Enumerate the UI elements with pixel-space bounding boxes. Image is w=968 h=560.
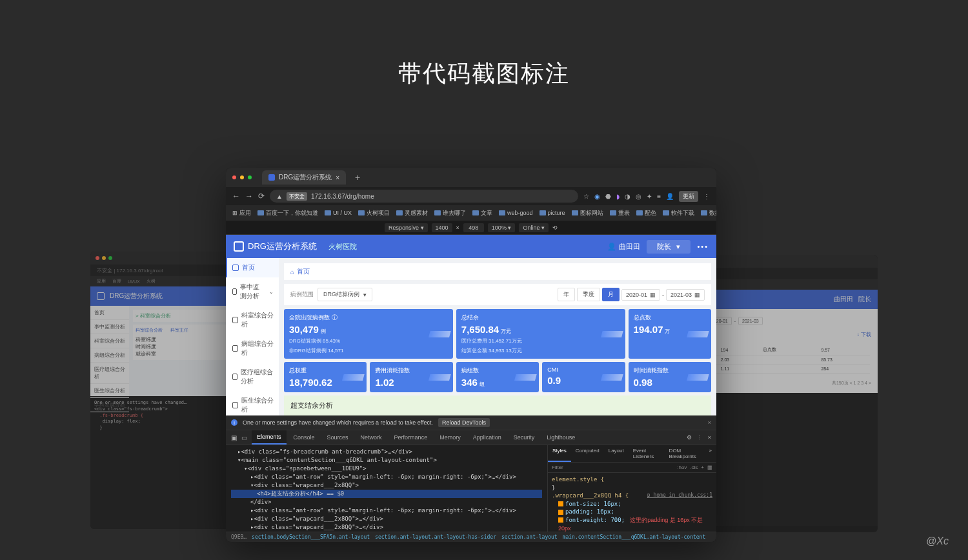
reload-icon[interactable]: ⟳ (258, 192, 265, 201)
close-icon[interactable]: × (708, 434, 711, 441)
more-icon[interactable]: ••• (697, 243, 709, 250)
network-dropdown[interactable]: Online ▾ (519, 223, 549, 232)
close-tab-icon[interactable]: × (336, 174, 339, 181)
back-icon[interactable]: ← (232, 192, 240, 201)
app-sidebar: 首页 事中监测分析⌄ 科室综合分析 病组综合分析 医疗组综合分析 医生综合分析 … (226, 258, 279, 415)
kpi-card: CMI0.9 (542, 362, 625, 392)
new-rule-icon[interactable]: + (701, 465, 704, 470)
device-icon[interactable]: ▭ (241, 434, 247, 441)
hov-toggle[interactable]: :hov (677, 465, 687, 470)
app-logo-icon (234, 241, 244, 252)
devtools-breadcrumb[interactable]: Q9EB… section.bodySection___SFA5n.ant-la… (226, 532, 716, 542)
tab-memory[interactable]: Memory (434, 431, 466, 444)
tab-application[interactable]: Application (468, 431, 507, 444)
maximize-window-icon[interactable] (248, 175, 252, 179)
watermark: @Xc (926, 535, 949, 547)
browser-tab-bar: DRG运营分析系统× + (226, 168, 716, 187)
breadcrumb: ⌂首页 (284, 263, 711, 280)
styles-panel: Styles Computed Layout Event Listeners D… (547, 445, 716, 532)
kpi-card: 总点数194.07万 (629, 309, 711, 359)
tab-console[interactable]: Console (288, 431, 320, 444)
reload-devtools-button[interactable]: Reload DevTools (438, 418, 490, 427)
kpi-card: 全院出院病例数ⓘ 30,479例 DRG结算病例 85.43% 非DRG结算病例… (284, 309, 453, 359)
devtools: i One or more settings have changed whic… (226, 415, 716, 542)
close-banner-icon[interactable]: × (708, 419, 711, 426)
layout-tab[interactable]: Layout (604, 445, 629, 462)
period-year[interactable]: 年 (558, 288, 575, 301)
bookmarks-bar: ⊞ 应用 百度一下，你就知道 UI / UX 火树项目 灵感素材 谁去哪了 文章… (226, 205, 716, 221)
inspect-icon[interactable]: ▣ (231, 434, 237, 441)
tab-performance[interactable]: Performance (389, 431, 433, 444)
computed-tab[interactable]: Computed (571, 445, 604, 462)
address-bar[interactable]: ▲不安全172.16.3.67/drg/home (270, 190, 578, 203)
period-quarter[interactable]: 季度 (577, 288, 600, 301)
apps-icon[interactable]: ⊞ 应用 (232, 209, 251, 217)
kpi-card: 费用消耗指数1.02 (370, 362, 452, 392)
tab-lighthouse[interactable]: Lighthouse (541, 431, 580, 444)
kpi-card: 病组数346组 (456, 362, 539, 392)
info-icon[interactable]: ⓘ (332, 314, 338, 322)
nav-medgroup[interactable]: 医疗组综合分析 (226, 363, 279, 391)
period-month[interactable]: 月 (602, 288, 620, 301)
elements-panel[interactable]: ▸<div class="fs-breadcrumb ant-breadcrum… (226, 445, 547, 532)
cls-toggle[interactable]: .cls (690, 465, 698, 470)
tab-elements[interactable]: Elements (252, 430, 287, 445)
range-dropdown[interactable]: DRG结算病例▾ (318, 288, 372, 301)
minimize-window-icon[interactable] (240, 175, 244, 179)
favicon-icon (268, 174, 275, 181)
chevron-down-icon: ▾ (676, 243, 680, 251)
rotate-icon[interactable]: ⟲ (552, 225, 558, 231)
monitor-icon (232, 288, 237, 295)
kpi-cards: 全院出院病例数ⓘ 30,479例 DRG结算病例 85.43% 非DRG结算病例… (284, 309, 711, 392)
close-window-icon[interactable] (232, 175, 236, 179)
app-viewport: DRG运营分析系统 火树医院 👤曲田田 院长▾ ••• 首页 事中监测分析⌄ 科… (226, 235, 716, 415)
nav-monitor[interactable]: 事中监测分析⌄ (226, 277, 279, 306)
chevron-down-icon: ⌄ (269, 289, 274, 295)
browser-toolbar: ← → ⟳ ▲不安全172.16.3.67/drg/home ☆ ◉⬣◗◑◎✦≡… (226, 187, 716, 205)
tab-sources[interactable]: Sources (322, 431, 354, 444)
listeners-tab[interactable]: Event Listeners (629, 445, 665, 462)
app-header: DRG运营分析系统 火树医院 👤曲田田 院长▾ ••• (226, 235, 716, 258)
filter-input[interactable]: Filter (552, 465, 563, 470)
user-menu[interactable]: 👤曲田田 (607, 242, 640, 252)
styles-tab[interactable]: Styles (548, 445, 571, 462)
nav-dept[interactable]: 科室综合分析 (226, 306, 279, 334)
chevron-down-icon: ▾ (363, 292, 367, 298)
zoom-dropdown[interactable]: 100% ▾ (488, 223, 516, 232)
calendar-icon: ▦ (650, 292, 656, 298)
main-browser-window: DRG运营分析系统× + ← → ⟳ ▲不安全172.16.3.67/drg/h… (226, 168, 716, 542)
calendar-icon: ▦ (694, 292, 700, 298)
width-input[interactable]: 1400 (432, 223, 452, 232)
browser-tab[interactable]: DRG运营分析系统× (262, 170, 346, 185)
forward-icon[interactable]: → (245, 192, 253, 201)
section-title: 超支结余分析 (284, 395, 711, 415)
info-icon: i (231, 419, 237, 426)
tab-security[interactable]: Security (509, 431, 540, 444)
star-icon[interactable]: ☆ (583, 193, 589, 200)
new-tab-button[interactable]: + (355, 172, 360, 183)
nav-home[interactable]: 首页 (226, 258, 279, 277)
tab-network[interactable]: Network (356, 431, 387, 444)
device-dropdown[interactable]: Responsive ▾ (385, 223, 428, 232)
doctor-icon (232, 402, 238, 408)
nav-group[interactable]: 病组综合分析 (226, 334, 279, 363)
logo-icon (97, 292, 105, 300)
breakpoints-tab[interactable]: DOM Breakpoints (665, 445, 705, 462)
devtools-tabs: ▣ ▭ Elements Console Sources Network Per… (226, 430, 716, 445)
date-to[interactable]: 2021-03▦ (666, 289, 705, 301)
date-from[interactable]: 2020-01▦ (621, 289, 660, 301)
kpi-card: 总结余 7,650.84万元 医疗总费用 31,452.71万元 结算总金额 3… (456, 309, 625, 359)
user-icon: 👤 (607, 243, 616, 251)
kpi-card: 时间消耗指数0.98 (629, 362, 711, 392)
update-button[interactable]: 更新 (679, 191, 698, 202)
medgroup-icon (232, 374, 237, 380)
menu-icon[interactable]: ⋮ (697, 434, 703, 441)
nav-doctor[interactable]: 医生综合分析 (226, 391, 279, 415)
role-dropdown[interactable]: 院长▾ (647, 240, 691, 254)
menu-icon[interactable]: ⋮ (703, 193, 710, 200)
height-input[interactable]: 498 (463, 223, 484, 232)
side-left-nav: 首页事中监测分析科室综合分析病组综合分析医疗组综合分析医生综合分析学科发展分析 (90, 306, 129, 396)
gear-icon[interactable]: ⚙ (687, 434, 692, 441)
responsive-bar: Responsive ▾ 1400× 498 100% ▾ Online ▾ ⟲ (226, 221, 716, 235)
css-rules[interactable]: element.style { } .wrapcard___2x8QQ h4 {… (548, 473, 716, 532)
